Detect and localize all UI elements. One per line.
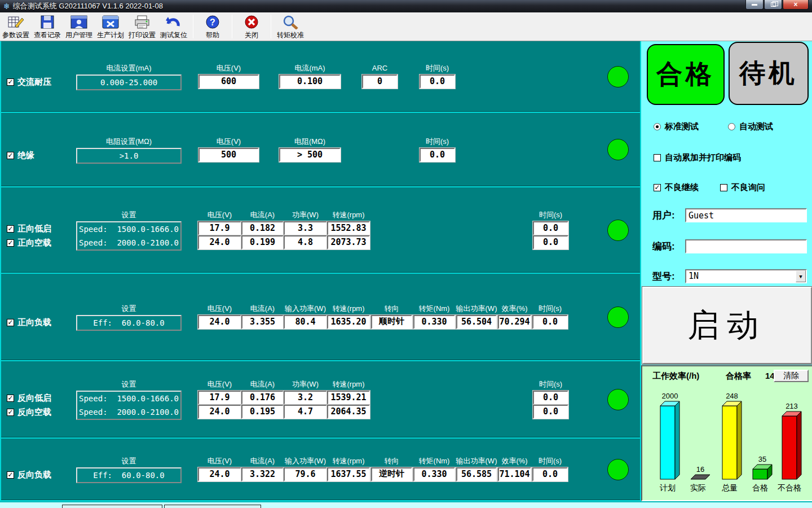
column-header: 设置 <box>90 210 169 221</box>
toolbar: 参数设置查看记录用户管理生产计划打印设置测试复位?帮助关闭转矩校准 <box>0 12 812 41</box>
column-header: 电阻(MΩ) <box>271 137 350 148</box>
voltage-value: 600 <box>198 75 259 89</box>
voltage-value: 24.0 <box>198 315 241 329</box>
time-value: 0.0 <box>532 467 568 481</box>
toolbar-button-label: 测试复位 <box>160 30 187 40</box>
time-value: 0.0 <box>420 148 455 162</box>
radio-auto-test[interactable]: 自动测试 <box>728 121 773 132</box>
start-button[interactable]: 启动 <box>642 287 812 364</box>
toolbar-button-user-management[interactable]: 用户管理 <box>63 12 95 41</box>
voltage-value: 500 <box>198 148 259 162</box>
torque-value: 0.330 <box>413 315 455 329</box>
voltage-value: 24.0 <box>198 405 241 419</box>
checkbox-fwd-no-load[interactable]: ✓正向空载 <box>7 238 51 248</box>
svg-text:35: 35 <box>758 455 766 463</box>
checkbox-auto-accumulate-print[interactable]: 自动累加并打印编码 <box>654 152 741 163</box>
help-icon: ? <box>205 14 220 30</box>
standby-status-badge: 待机 <box>729 42 809 105</box>
checkbox-ac-withstand[interactable]: ✓交流耐压 <box>7 77 51 87</box>
toolbar-separator <box>271 15 271 38</box>
chevron-down-icon[interactable]: ▼ <box>796 270 806 282</box>
toolbar-button-label: 生产计划 <box>97 30 124 40</box>
model-select[interactable]: 1N ▼ <box>685 269 807 283</box>
restore-icon <box>771 2 776 7</box>
svg-text:计划: 计划 <box>659 483 676 492</box>
speed-value: 1539.21 <box>327 391 370 405</box>
setting-value: 0.000-25.000 <box>77 76 180 89</box>
input-power-value: 79.6 <box>284 467 327 481</box>
efficiency-value: 71.104 <box>498 467 531 481</box>
radio-standard-test[interactable]: 标准测试 <box>654 121 699 132</box>
time-value: 0.0 <box>532 315 568 329</box>
test-panel-insulation: ✓绝缘电阻设置(MΩ)>1.0电压(V)500电阻(MΩ)> 500时间(s)0… <box>1 113 640 187</box>
production-bar-chart: 2000计划16实际248总量35合格213不合格 <box>643 384 812 500</box>
toolbar-button-view-records[interactable]: 查看记录 <box>32 12 63 41</box>
restore-button[interactable] <box>764 0 782 10</box>
checkbox-rev-load[interactable]: ✓反向负载 <box>7 470 51 480</box>
test-name-label: 反向负载 <box>17 470 51 480</box>
svg-text:?: ? <box>210 17 215 27</box>
power-value: 4.7 <box>284 405 327 419</box>
output-power-value: 56.504 <box>456 315 497 329</box>
checkbox-icon: ✓ <box>7 471 14 479</box>
test-name-label: 正向空载 <box>17 238 51 248</box>
production-plan-icon <box>102 14 119 30</box>
window-title: 综合测试系统 G202111067 V1.1.6 2022-01-08 <box>13 1 163 11</box>
checkbox-icon: ✓ <box>7 225 14 233</box>
setting-value: Speed: 2000.0-2100.0 <box>77 405 180 419</box>
setting-value: Eff: 60.0-80.0 <box>77 316 180 330</box>
voltage-value: 17.9 <box>198 391 241 405</box>
toolbar-button-print-settings[interactable]: 打印设置 <box>126 12 158 41</box>
column-header: 电阻设置(MΩ) <box>90 137 169 148</box>
clear-button[interactable]: 清除 <box>774 370 809 382</box>
current-value: 3.355 <box>241 315 284 329</box>
checkbox-icon: ✓ <box>7 239 14 247</box>
code-input[interactable] <box>685 239 807 253</box>
column-header: 设置 <box>90 456 169 467</box>
code-label: 编码: <box>652 240 685 253</box>
svg-text:合格: 合格 <box>752 483 768 492</box>
toolbar-button-test-reset[interactable]: 测试复位 <box>158 12 189 41</box>
control-panel: 合格 待机 标准测试 自动测试 自动累加并打印编码 <box>640 41 812 501</box>
toolbar-button-help[interactable]: ?帮助 <box>197 12 228 41</box>
status-strip-box <box>164 505 261 508</box>
column-header: 设置 <box>90 379 169 391</box>
svg-text:2000: 2000 <box>662 392 678 400</box>
setting-value: Eff: 60.0-80.0 <box>77 468 180 482</box>
radio-dot-icon <box>654 123 661 130</box>
current-value: 0.195 <box>241 405 284 419</box>
toolbar-button-parameter-settings[interactable]: 参数设置 <box>0 12 32 41</box>
checkbox-fail-continue[interactable]: ✓ 不良继续 <box>654 182 699 193</box>
checkbox-fwd-load[interactable]: ✓正向负载 <box>7 317 51 328</box>
checkbox-rev-no-load[interactable]: ✓反向空载 <box>7 407 51 418</box>
test-name-label: 正向负载 <box>17 317 51 328</box>
svg-text:16: 16 <box>696 465 704 474</box>
pass-result-badge: 合格 <box>647 44 725 105</box>
power-value: 3.3 <box>284 221 327 235</box>
checkbox-insulation[interactable]: ✓绝缘 <box>7 150 34 161</box>
checkbox-rev-low-start[interactable]: ✓反向低启 <box>7 393 51 404</box>
speed-value: 1552.83 <box>327 221 370 235</box>
minimize-button[interactable] <box>745 0 764 10</box>
column-header: 时间(s) <box>511 379 590 391</box>
setting-box: 0.000-25.000 <box>76 75 182 90</box>
statistics-panel: 工作效率(/h) 合格率 14% 清除 2000计划16实际248总量35合格2… <box>641 365 812 501</box>
close-button[interactable]: × <box>783 0 809 10</box>
toolbar-button-production-plan[interactable]: 生产计划 <box>95 12 126 41</box>
test-panel-forward-lowstart-noload: ✓正向低启✓正向空载设置Speed: 1500.0-1666.0Speed: 2… <box>1 187 640 274</box>
test-reset-icon <box>166 14 182 30</box>
toolbar-button-torque-calibration[interactable]: 转矩校准 <box>275 12 306 41</box>
status-light <box>607 220 629 241</box>
user-label: 用户: <box>652 209 685 222</box>
user-input[interactable] <box>685 208 807 222</box>
voltage-value: 24.0 <box>198 467 241 481</box>
checkbox-fwd-low-start[interactable]: ✓正向低启 <box>7 224 51 234</box>
checkbox-fail-inquire[interactable]: 不良询问 <box>720 182 765 193</box>
time-value: 0.0 <box>533 235 568 249</box>
app-window: ❄ 综合测试系统 G202111067 V1.1.6 2022-01-08 × … <box>0 0 812 508</box>
toolbar-button-close-app[interactable]: 关闭 <box>236 12 267 41</box>
resistance-value: > 500 <box>279 148 341 162</box>
minimize-icon <box>752 4 757 6</box>
svg-text:213: 213 <box>785 402 798 410</box>
setting-box: Eff: 60.0-80.0 <box>76 315 182 331</box>
